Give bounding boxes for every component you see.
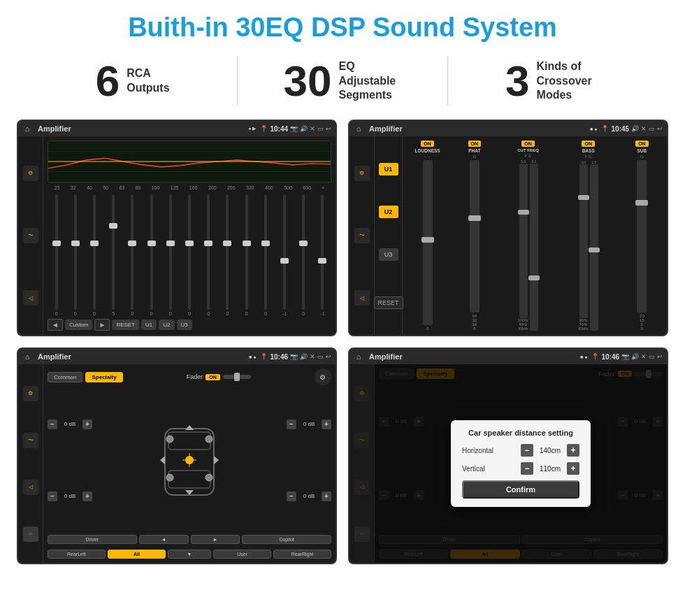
right-arrow-btn[interactable]: ► (191, 535, 240, 544)
vertical-minus-btn[interactable]: − (521, 462, 533, 475)
sub-slider[interactable] (637, 160, 647, 313)
fader-rr-minus[interactable]: − (287, 492, 296, 501)
driver-btn[interactable]: Driver (48, 535, 137, 544)
amp-wave-icon[interactable]: 〜 (354, 228, 370, 243)
eq-status-icons: 📍 10:44 📷 🔊 ✕ ▭ ↩ (260, 125, 331, 133)
eq-custom-btn[interactable]: Custom (65, 320, 93, 330)
amp-back-icon[interactable]: ↩ (657, 125, 663, 132)
loudness-slider[interactable] (423, 160, 433, 325)
all-btn[interactable]: All (108, 550, 166, 559)
eq-slider-7[interactable]: 0 (161, 194, 179, 316)
eq-filter-icon[interactable]: ⚙ (23, 166, 38, 181)
rearright-btn[interactable]: RearRight (273, 550, 331, 559)
amp-filter-icon[interactable]: ⚙ (354, 166, 370, 181)
dialog-home-icon[interactable]: ⌂ (354, 352, 363, 361)
amp-reset-btn[interactable]: RESET (374, 296, 403, 309)
copilot-btn[interactable]: Copilot (242, 535, 331, 544)
eq-slider-13[interactable]: -1 (275, 194, 293, 316)
fader-label: Fader (187, 373, 203, 380)
bass-on[interactable]: ON (582, 141, 595, 147)
eq-u2-btn[interactable]: U2 (159, 320, 174, 330)
fader-h-slider[interactable] (223, 375, 251, 379)
amp-speaker-icon[interactable]: ◁ (354, 290, 370, 306)
phat-slider[interactable] (470, 160, 480, 313)
screens-grid: ⌂ Amplifier ● ▶ 📍 10:44 📷 🔊 ✕ ▭ ↩ ⚙ 〜 ◁ (0, 117, 685, 575)
home-icon[interactable]: ⌂ (22, 124, 32, 134)
bass-g-slider[interactable] (590, 164, 598, 331)
horizontal-value: 140cm (536, 447, 564, 454)
fader-rl-minus[interactable]: − (48, 492, 57, 501)
fader-speaker-icon[interactable]: ◁ (23, 480, 38, 495)
eq-u1-btn[interactable]: U1 (141, 320, 157, 330)
fader-on-btn[interactable]: ON (206, 374, 220, 380)
fader-home-icon[interactable]: ⌂ (22, 352, 32, 361)
eq-slider-6[interactable]: 0 (143, 194, 160, 316)
eq-u3-btn[interactable]: U3 (177, 320, 192, 330)
eq-slider-10[interactable]: 0 (219, 194, 236, 316)
left-arrow-btn[interactable]: ◄ (139, 535, 189, 544)
stat-crossover-label: Kinds ofCrossover Modes (537, 59, 600, 103)
fader-settings-icon[interactable]: ⚙ (315, 368, 331, 385)
horizontal-plus-btn[interactable]: + (567, 444, 579, 457)
horizontal-minus-btn[interactable]: − (521, 444, 533, 457)
fader-fr-plus[interactable]: + (322, 420, 331, 429)
eq-slider-11[interactable]: 0 (238, 194, 255, 316)
eq-slider-15[interactable]: -1 (314, 194, 331, 316)
amp-sub-ch: ON SUB G 201550 (620, 141, 664, 331)
amp-u3-preset[interactable]: U3 (379, 248, 398, 261)
fader-fl-value: 0 dB (60, 421, 80, 427)
user-btn[interactable]: User (213, 550, 271, 559)
fader-screen: ⌂ Amplifier ■ ● 📍 10:46 📷 🔊 ✕ ▭ ↩ ⚙ 〜 ◁ … (17, 348, 337, 564)
ds-arrows-icon: ↔ (354, 527, 370, 542)
amp-home-icon[interactable]: ⌂ (354, 124, 363, 134)
confirm-button[interactable]: Confirm (462, 480, 579, 499)
bass-f-slider[interactable] (579, 164, 588, 318)
fader-common-tab[interactable]: Common (48, 372, 82, 382)
eq-slider-8[interactable]: 0 (180, 194, 198, 316)
rearleft-btn[interactable]: RearLeft (48, 550, 106, 559)
cutfreq-on[interactable]: ON (521, 141, 535, 147)
fader-filter-icon[interactable]: ⚙ (23, 386, 38, 401)
vertical-plus-btn[interactable]: + (567, 462, 579, 475)
fader-back-icon[interactable]: ↩ (326, 353, 331, 360)
loudness-on[interactable]: ON (421, 141, 434, 147)
fader-specialty-tab[interactable]: Specialty (85, 372, 122, 382)
cutfreq-f-slider[interactable] (519, 164, 528, 318)
fader-arrows-icon[interactable]: ↔ (23, 527, 38, 542)
eq-screen-title: Amplifier (38, 124, 245, 133)
fader-left-controls: − 0 dB + − 0 dB + (48, 389, 92, 531)
fader-fl-minus[interactable]: − (48, 420, 57, 429)
eq-slider-4[interactable]: 5 (105, 194, 122, 316)
eq-slider-3[interactable]: 0 (85, 194, 103, 316)
eq-slider-12[interactable]: 0 (257, 194, 274, 316)
eq-prev-btn[interactable]: ◄ (48, 319, 63, 331)
fader-rl-plus[interactable]: + (82, 492, 92, 501)
amp-u2-preset[interactable]: U2 (379, 206, 398, 218)
x-icon: ✕ (310, 125, 315, 132)
dialog-back-icon[interactable]: ↩ (657, 353, 663, 360)
cutfreq-g-slider[interactable] (530, 164, 538, 331)
eq-slider-1[interactable]: 0 (48, 194, 65, 316)
eq-play-btn[interactable]: ► (94, 319, 110, 331)
fader-fl-plus[interactable]: + (82, 420, 92, 429)
amp-u1-preset[interactable]: U1 (379, 163, 398, 176)
fader-wave-icon[interactable]: 〜 (23, 433, 38, 448)
back-icon[interactable]: ↩ (326, 125, 331, 132)
down-arrow-btn[interactable]: ▼ (168, 550, 211, 559)
eq-wave-icon[interactable]: 〜 (23, 228, 38, 243)
sub-on[interactable]: ON (635, 141, 649, 147)
horizontal-row: Horizontal − 140cm + (462, 444, 579, 457)
amp-channels: ON LOUDNESS ~~ 0 ON PHAT G (403, 136, 667, 335)
eq-slider-14[interactable]: 0 (295, 194, 312, 316)
phat-on[interactable]: ON (468, 141, 482, 147)
eq-slider-9[interactable]: 0 (200, 194, 217, 316)
amp-dot-icons: ■ ● (590, 127, 597, 131)
eq-reset-btn[interactable]: RESET (112, 320, 139, 330)
fader-fr-minus[interactable]: − (287, 420, 296, 429)
fader-bottom-btns: Driver ◄ ► Copilot (48, 535, 331, 544)
amp-channels-row: ON LOUDNESS ~~ 0 ON PHAT G (405, 141, 664, 331)
eq-speaker-icon[interactable]: ◁ (23, 290, 38, 306)
eq-slider-5[interactable]: 0 (124, 194, 141, 316)
eq-slider-2[interactable]: 0 (66, 194, 84, 316)
fader-rr-plus[interactable]: + (322, 492, 331, 501)
